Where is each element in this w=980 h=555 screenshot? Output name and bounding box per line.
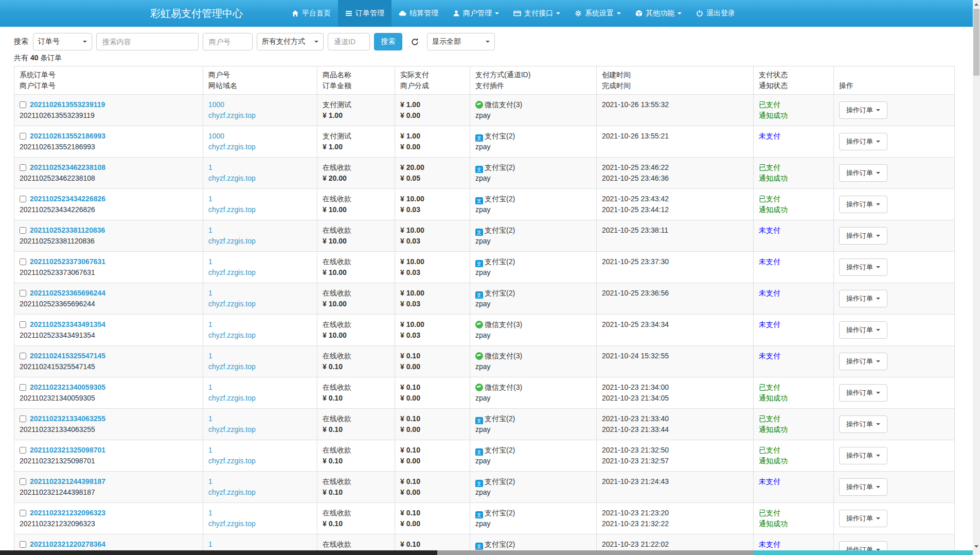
- search-button[interactable]: 搜索: [374, 33, 402, 50]
- nav-item-merchants[interactable]: 商户管理: [446, 0, 506, 27]
- create-time: 2021-10-25 23:46:22: [602, 162, 748, 173]
- row-checkbox[interactable]: [20, 447, 26, 454]
- row-checkbox[interactable]: [20, 196, 26, 202]
- merchant-id-link[interactable]: 1: [208, 289, 212, 297]
- sys-order-link[interactable]: 2021102523381120836: [30, 226, 105, 234]
- row-checkbox[interactable]: [20, 321, 26, 328]
- order-action-button[interactable]: 操作订单: [839, 227, 887, 245]
- site-domain-link[interactable]: chyzf.zzgis.top: [208, 111, 256, 119]
- channel-id-input[interactable]: [328, 33, 370, 50]
- finish-time: 2021-10-23 21:33:44: [602, 424, 748, 435]
- table-row: 2021102523381120836 2021102523381120836 …: [14, 220, 955, 252]
- sys-order-link[interactable]: 2021102523434226826: [30, 195, 105, 203]
- site-domain-link[interactable]: chyzf.zzgis.top: [208, 205, 256, 214]
- row-checkbox[interactable]: [20, 258, 26, 265]
- order-action-button[interactable]: 操作订单: [839, 447, 887, 464]
- row-checkbox[interactable]: [20, 415, 26, 422]
- merchant-id-link[interactable]: 1000: [208, 100, 224, 109]
- row-checkbox[interactable]: [20, 227, 26, 234]
- row-checkbox[interactable]: [20, 510, 26, 516]
- order-action-button[interactable]: 操作订单: [839, 415, 887, 433]
- sys-order-link[interactable]: 2021102321325098701: [30, 446, 105, 454]
- search-content-input[interactable]: [96, 33, 199, 50]
- merchant-id-link[interactable]: 1: [208, 352, 212, 360]
- site-domain-link[interactable]: chyzf.zzgis.top: [208, 519, 256, 528]
- order-action-button[interactable]: 操作订单: [839, 478, 887, 496]
- row-checkbox[interactable]: [20, 164, 26, 171]
- order-action-button[interactable]: 操作订单: [839, 196, 887, 213]
- merchant-id-link[interactable]: 1000: [208, 132, 224, 140]
- sys-order-link[interactable]: 2021102321334063255: [30, 414, 105, 423]
- sys-order-link[interactable]: 2021102523365696244: [30, 289, 105, 297]
- order-action-button[interactable]: 操作订单: [839, 321, 887, 339]
- horizontal-scroll-thumb[interactable]: [0, 550, 437, 555]
- row-checkbox[interactable]: [20, 133, 26, 140]
- nav-item-misc[interactable]: 其他功能: [628, 0, 689, 27]
- vertical-scroll-thumb[interactable]: [973, 9, 979, 76]
- vertical-scrollbar[interactable]: [973, 0, 980, 550]
- scroll-up-icon[interactable]: [973, 0, 980, 8]
- order-action-button[interactable]: 操作订单: [839, 353, 887, 370]
- sys-order-link[interactable]: 2021102321220278364: [30, 540, 105, 548]
- order-action-button[interactable]: 操作订单: [839, 510, 887, 527]
- merchant-id-link[interactable]: 1: [208, 195, 212, 203]
- nav-item-settings[interactable]: 系统设置: [567, 0, 628, 27]
- merchant-id-link[interactable]: 1: [208, 540, 212, 548]
- site-domain-link[interactable]: chyzf.zzgis.top: [208, 457, 256, 465]
- merchant-id-link[interactable]: 1: [208, 383, 212, 391]
- row-checkbox[interactable]: [20, 384, 26, 391]
- site-domain-link[interactable]: chyzf.zzgis.top: [208, 394, 256, 402]
- merchant-id-input[interactable]: [203, 33, 253, 50]
- row-checkbox[interactable]: [20, 353, 26, 359]
- display-filter-select[interactable]: 显示全部: [427, 33, 495, 50]
- merchant-id-link[interactable]: 1: [208, 414, 212, 423]
- sys-order-link[interactable]: 2021102613553239119: [30, 100, 105, 109]
- merchant-order-number: 2021102523343491354: [20, 330, 198, 341]
- order-action-button[interactable]: 操作订单: [839, 290, 887, 307]
- site-domain-link[interactable]: chyzf.zzgis.top: [208, 488, 256, 496]
- merchant-id-link[interactable]: 1: [208, 163, 212, 171]
- row-checkbox[interactable]: [20, 290, 26, 297]
- sys-order-link[interactable]: 2021102523373067631: [30, 257, 105, 266]
- chevron-down-icon: [876, 235, 880, 237]
- nav-item-orders[interactable]: 订单管理: [338, 0, 391, 27]
- merchant-id-link[interactable]: 1: [208, 226, 212, 234]
- row-checkbox[interactable]: [20, 541, 26, 548]
- scroll-down-icon[interactable]: [973, 542, 980, 550]
- order-action-button[interactable]: 操作订单: [839, 101, 887, 119]
- merchant-id-link[interactable]: 1: [208, 446, 212, 454]
- order-action-button[interactable]: 操作订单: [839, 164, 887, 182]
- horizontal-scrollbar[interactable]: [0, 550, 973, 555]
- order-action-button[interactable]: 操作订单: [839, 133, 887, 150]
- sys-order-link[interactable]: 2021102321244398187: [30, 477, 105, 485]
- site-domain-link[interactable]: chyzf.zzgis.top: [208, 268, 256, 276]
- merchant-id-link[interactable]: 1: [208, 509, 212, 517]
- sys-order-link[interactable]: 2021102523343491354: [30, 320, 105, 328]
- merchant-id-link[interactable]: 1: [208, 320, 212, 328]
- sys-order-link[interactable]: 2021102613552186993: [30, 132, 105, 140]
- nav-item-logout[interactable]: 退出登录: [689, 0, 742, 27]
- nav-item-settlement[interactable]: 结算管理: [391, 0, 446, 27]
- order-action-button[interactable]: 操作订单: [839, 384, 887, 402]
- pay-type-select[interactable]: 所有支付方式: [257, 33, 324, 50]
- site-domain-link[interactable]: chyzf.zzgis.top: [208, 237, 256, 245]
- row-checkbox[interactable]: [20, 478, 26, 485]
- order-action-button[interactable]: 操作订单: [839, 258, 887, 276]
- sys-order-link[interactable]: 2021102321232096323: [30, 509, 105, 517]
- site-domain-link[interactable]: chyzf.zzgis.top: [208, 331, 256, 339]
- row-checkbox[interactable]: [20, 101, 26, 108]
- sys-order-link[interactable]: 2021102523462238108: [30, 163, 105, 171]
- sys-order-link[interactable]: 2021102415325547145: [30, 352, 105, 360]
- site-domain-link[interactable]: chyzf.zzgis.top: [208, 300, 256, 308]
- site-domain-link[interactable]: chyzf.zzgis.top: [208, 174, 256, 182]
- nav-item-pay-api[interactable]: 支付接口: [506, 0, 567, 27]
- site-domain-link[interactable]: chyzf.zzgis.top: [208, 362, 256, 371]
- merchant-id-link[interactable]: 1: [208, 257, 212, 266]
- site-domain-link[interactable]: chyzf.zzgis.top: [208, 143, 256, 151]
- site-domain-link[interactable]: chyzf.zzgis.top: [208, 425, 256, 433]
- refresh-icon[interactable]: [407, 33, 422, 50]
- nav-item-home[interactable]: 平台首页: [284, 0, 338, 27]
- order-type-select[interactable]: 订单号: [33, 33, 92, 50]
- merchant-id-link[interactable]: 1: [208, 477, 212, 485]
- sys-order-link[interactable]: 2021102321340059305: [30, 383, 105, 391]
